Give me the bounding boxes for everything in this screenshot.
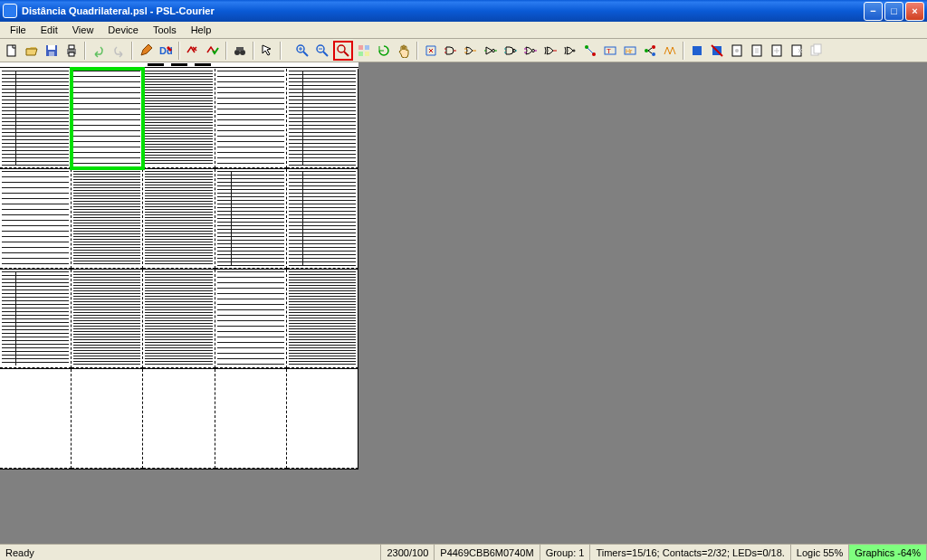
svg-rect-6	[69, 52, 74, 56]
gate-not-icon[interactable]	[482, 42, 500, 60]
sheet-cell-3-5[interactable]	[287, 270, 358, 369]
sheet-cell-1-2-selected[interactable]	[72, 69, 143, 168]
zoom-in-icon[interactable]	[293, 42, 311, 60]
toolbar: Dd T Hr	[0, 39, 927, 62]
gate-nor-icon[interactable]	[521, 42, 540, 60]
sheet-cell-2-1[interactable]	[0, 169, 72, 269]
sheet-cell-2-2[interactable]	[72, 169, 143, 269]
compile-red-x-icon[interactable]	[184, 42, 202, 60]
delete-block-icon[interactable]	[708, 42, 726, 60]
sheet-cell-3-2[interactable]	[72, 270, 143, 369]
sheet-cell-2-4[interactable]	[215, 169, 287, 269]
counter-icon[interactable]: Hr	[621, 42, 639, 60]
sheet-row-3	[0, 270, 358, 370]
sheet-cell-4-1[interactable]	[0, 369, 72, 469]
svg-rect-0	[7, 45, 15, 56]
svg-text:T: T	[607, 47, 611, 55]
svg-point-28	[645, 49, 648, 52]
align-icon[interactable]	[422, 42, 440, 60]
svg-point-29	[652, 45, 655, 49]
sheet-cell-3-3[interactable]	[143, 270, 215, 369]
status-id: P4469CBB6M0740M	[435, 545, 540, 560]
svg-rect-31	[693, 46, 702, 55]
sheet-cell-4-5[interactable]	[287, 369, 358, 469]
sheet-cell-1-4[interactable]	[215, 69, 287, 168]
menu-file[interactable]: File	[4, 23, 33, 37]
maximize-button[interactable]: □	[884, 2, 903, 21]
grid-icon[interactable]	[355, 42, 373, 60]
svg-point-13	[338, 45, 345, 52]
status-position: 2300/100	[381, 545, 435, 560]
gate-nand-icon[interactable]	[502, 42, 520, 60]
svg-rect-16	[358, 52, 363, 56]
sheet-cell-1-1[interactable]	[0, 69, 72, 168]
sheet-row-1	[0, 69, 358, 169]
page-dup-icon[interactable]	[808, 42, 826, 60]
svg-point-34	[735, 49, 739, 52]
sheet-cell-2-3[interactable]	[143, 169, 215, 269]
sheet-cell-4-4[interactable]	[215, 369, 287, 469]
sheet-row-4	[0, 369, 358, 470]
page-nav-icon[interactable]	[748, 42, 766, 60]
sheet-cell-1-5[interactable]	[287, 69, 358, 168]
open-icon[interactable]	[23, 42, 41, 60]
svg-rect-15	[365, 45, 369, 50]
compile-green-check-icon[interactable]	[204, 42, 222, 60]
sheet-header	[0, 62, 358, 68]
svg-rect-17	[365, 52, 369, 56]
schematic-canvas[interactable]	[0, 62, 358, 470]
page-add-icon[interactable]	[768, 42, 786, 60]
page-del-icon[interactable]	[788, 42, 806, 60]
menu-tools[interactable]: Tools	[147, 23, 183, 37]
menu-device[interactable]: Device	[101, 23, 145, 37]
undo-icon[interactable]	[90, 42, 108, 60]
gate-and-icon[interactable]	[442, 42, 460, 60]
node-icon[interactable]	[641, 42, 659, 60]
save-icon[interactable]	[43, 42, 61, 60]
connect-icon[interactable]	[581, 42, 599, 60]
menu-view[interactable]: View	[66, 23, 100, 37]
signal-icon[interactable]	[661, 42, 679, 60]
text-tool-icon[interactable]: Dd	[157, 42, 175, 60]
timer-icon[interactable]: T	[601, 42, 619, 60]
gate-xor-icon[interactable]	[541, 42, 559, 60]
status-logic: Logic 55%	[791, 545, 849, 560]
sheet-cell-2-5[interactable]	[287, 169, 358, 269]
sheet-cell-1-3[interactable]	[143, 69, 215, 168]
binoculars-icon[interactable]	[231, 42, 249, 60]
sheet-cell-4-2[interactable]	[72, 369, 143, 469]
app-icon	[3, 4, 17, 18]
block-icon[interactable]	[688, 42, 706, 60]
print-icon[interactable]	[62, 42, 81, 60]
svg-text:Hr: Hr	[626, 48, 633, 54]
gate-xnor-icon[interactable]	[561, 42, 579, 60]
sheet-cell-4-3[interactable]	[143, 369, 215, 469]
close-button[interactable]: ×	[905, 2, 924, 21]
status-ready: Ready	[0, 545, 381, 560]
menu-help[interactable]: Help	[185, 23, 218, 37]
refresh-icon[interactable]	[375, 42, 393, 60]
sheet-cell-3-4[interactable]	[215, 270, 287, 369]
zoom-out-icon[interactable]	[313, 42, 331, 60]
minimize-button[interactable]: −	[864, 2, 883, 21]
sheet-cell-3-1[interactable]	[0, 270, 72, 369]
pan-hand-icon[interactable]	[395, 42, 413, 60]
status-graphics: Graphics -64%	[849, 545, 927, 560]
status-bar: Ready 2300/100 P4469CBB6M0740M Group: 1 …	[0, 544, 927, 560]
window-title: Distância Quadrilateral.psl - PSL-Courie…	[22, 5, 864, 16]
redo-icon[interactable]	[110, 42, 128, 60]
edit-pen-icon[interactable]	[137, 42, 155, 60]
svg-point-21	[573, 50, 575, 52]
page-icon[interactable]	[728, 42, 746, 60]
svg-rect-3	[49, 52, 54, 56]
pointer-icon[interactable]	[258, 42, 276, 60]
menu-bar: File Edit View Device Tools Help	[0, 22, 927, 39]
new-file-icon[interactable]	[3, 42, 21, 60]
svg-rect-39	[814, 44, 821, 53]
title-bar: Distância Quadrilateral.psl - PSL-Courie…	[0, 0, 927, 22]
zoom-fit-icon[interactable]	[333, 41, 353, 61]
status-group: Group: 1	[540, 545, 591, 560]
gate-or-icon[interactable]	[462, 42, 480, 60]
menu-edit[interactable]: Edit	[34, 23, 64, 37]
workspace[interactable]	[0, 62, 927, 544]
